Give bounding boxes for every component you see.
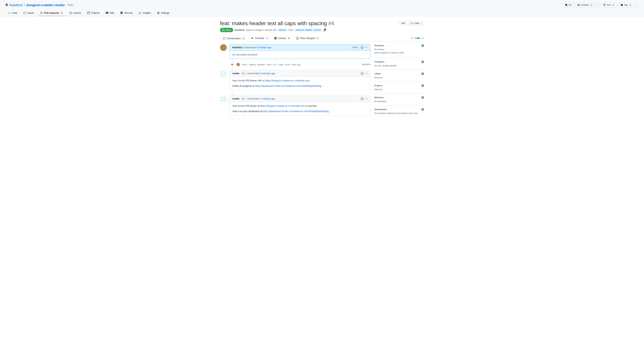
sidebar-labels-title[interactable]: Labels: [374, 72, 381, 75]
smiley-icon[interactable]: [361, 97, 364, 100]
repo-nav: Code Issues Pull requests1 Actions Proje…: [5, 10, 639, 16]
comment-time[interactable]: 6 minutes ago: [260, 72, 275, 75]
nav-actions-label: Actions: [74, 11, 81, 14]
star-dropdown-button[interactable]: [634, 3, 639, 7]
comment-time[interactable]: 4 minutes ago: [260, 97, 275, 100]
tab-conversation[interactable]: Conversation0: [220, 35, 248, 41]
bot-badge: bot: [241, 97, 246, 100]
fork-button[interactable]: Fork 0: [601, 3, 617, 7]
comment-icon: [223, 37, 226, 40]
kebab-icon[interactable]: [365, 46, 368, 49]
tab-commits-count: 1: [266, 37, 268, 40]
commit-avatar[interactable]: [236, 63, 240, 66]
pr-author[interactable]: thawkin3: [234, 29, 244, 31]
visibility-badge: Public: [66, 3, 74, 7]
text: .: [310, 79, 310, 82]
kebab-icon[interactable]: [365, 97, 368, 100]
nav-projects[interactable]: Projects: [85, 10, 102, 16]
text: .: [329, 110, 330, 113]
repo-name-link[interactable]: dungeon-crawler-render: [26, 3, 65, 7]
gear-icon[interactable]: [421, 108, 424, 111]
gear-icon[interactable]: [421, 60, 424, 63]
pr-server-url-link[interactable]: https://dungeon-crawler-pr-4.onrender.co…: [265, 79, 310, 82]
nav-wiki[interactable]: Wiki: [103, 10, 116, 16]
shield-icon: [120, 11, 123, 14]
diffstat-deletions: −0: [414, 37, 416, 39]
tab-checks[interactable]: Checks0: [271, 35, 293, 41]
file-diff-icon: [296, 37, 299, 39]
gear-icon[interactable]: [421, 96, 424, 99]
commit-sha[interactable]: 3b26629: [362, 63, 370, 66]
pull-request-icon: [222, 29, 225, 31]
repo-actions: Pin Unwatch 1 Fork 0 Star: [563, 3, 639, 7]
diffstat-blocks: [416, 37, 424, 39]
commit-dot-icon: [231, 63, 234, 66]
nav-security[interactable]: Security: [118, 10, 135, 16]
nav-insights[interactable]: Insights: [136, 10, 153, 16]
comment-author[interactable]: thawkin3: [232, 46, 242, 49]
sidebar-reviewers-title[interactable]: Reviewers: [374, 44, 384, 47]
comment-action: commented: [243, 46, 256, 49]
edit-button[interactable]: Edit: [399, 21, 407, 26]
avatar-render[interactable]: [220, 95, 227, 102]
sidebar-assignees-title[interactable]: Assignees: [374, 61, 384, 63]
timeline-commit: feat: makes header text all caps with sp…: [230, 61, 370, 67]
gear-icon: [157, 11, 160, 14]
avatar-render[interactable]: [220, 70, 227, 77]
commit-message[interactable]: feat: makes header text all caps with sp…: [242, 63, 360, 66]
smiley-icon[interactable]: [361, 72, 364, 75]
sidebar-development-title[interactable]: Development: [374, 108, 387, 111]
pin-label: Pin: [569, 3, 572, 7]
project-icon: [87, 11, 90, 14]
repo-header: thawkin3 / dungeon-crawler-render Public…: [0, 0, 644, 16]
tab-commits[interactable]: Commits1: [248, 35, 271, 41]
bot-badge: bot: [241, 72, 246, 75]
sidebar-milestone-title[interactable]: Milestone: [374, 96, 384, 99]
nav-pulls[interactable]: Pull requests1: [38, 10, 66, 16]
nav-actions[interactable]: Actions: [67, 10, 84, 16]
render-link[interactable]: Render: [238, 105, 245, 107]
repo-owner-link[interactable]: thawkin3: [10, 3, 23, 7]
pr-server-url-link[interactable]: https://dungeon-crawler-pr-4.onrender.co…: [260, 105, 304, 107]
base-branch[interactable]: master: [278, 28, 287, 31]
star-icon: [620, 4, 623, 6]
sidebar-projects: Projects None yet: [374, 82, 424, 93]
assign-yourself-link[interactable]: assign yourself: [383, 64, 396, 67]
gear-icon[interactable]: [421, 84, 424, 87]
tab-files[interactable]: Files changed1: [293, 35, 322, 41]
copy-icon[interactable]: [323, 29, 326, 31]
nav-security-label: Security: [124, 11, 133, 14]
dashboard-url-link[interactable]: https://dashboard.render.com/static/srv-…: [255, 85, 321, 87]
smiley-icon[interactable]: [361, 46, 364, 49]
nav-code[interactable]: Code: [5, 10, 20, 16]
avatar[interactable]: [220, 44, 227, 51]
watch-count: 1: [590, 4, 593, 6]
watch-dropdown-button[interactable]: [595, 3, 600, 7]
star-count: 0: [629, 4, 632, 6]
unwatch-button[interactable]: Unwatch 1: [575, 3, 595, 7]
state-label: Open: [226, 29, 231, 31]
nav-projects-label: Projects: [91, 11, 100, 14]
comment-author[interactable]: render: [232, 97, 240, 100]
dashboard-url-link[interactable]: https://dashboard.render.com/static/srv-…: [263, 110, 329, 113]
nav-settings[interactable]: Settings: [155, 10, 172, 16]
convert-draft-link[interactable]: Still in progress? Convert to draft: [374, 52, 404, 54]
sidebar-projects-body: None yet: [374, 88, 424, 91]
no-description-text: No description provided.: [232, 53, 258, 56]
code-dropdown-button[interactable]: Code: [408, 21, 424, 26]
gear-icon[interactable]: [421, 72, 424, 75]
head-branch[interactable]: feature-header-styles: [294, 28, 322, 31]
star-button[interactable]: Star 0: [618, 3, 634, 7]
sidebar-assignees: Assignees No one—assign yourself: [374, 58, 424, 70]
text: PR Server at: [245, 105, 260, 107]
render-link[interactable]: Render: [238, 79, 245, 82]
sidebar-projects-title[interactable]: Projects: [374, 84, 382, 87]
comment-author[interactable]: render: [232, 72, 240, 75]
nav-issues[interactable]: Issues: [21, 10, 36, 16]
kebab-icon[interactable]: [365, 72, 368, 75]
pr-title-text: feat: makes header text all caps with sp…: [220, 20, 327, 26]
comment-time[interactable]: 6 minutes ago: [256, 46, 271, 49]
text: PR Server URL is: [245, 79, 265, 82]
gear-icon[interactable]: [421, 44, 424, 47]
pin-button[interactable]: Pin: [563, 3, 574, 7]
